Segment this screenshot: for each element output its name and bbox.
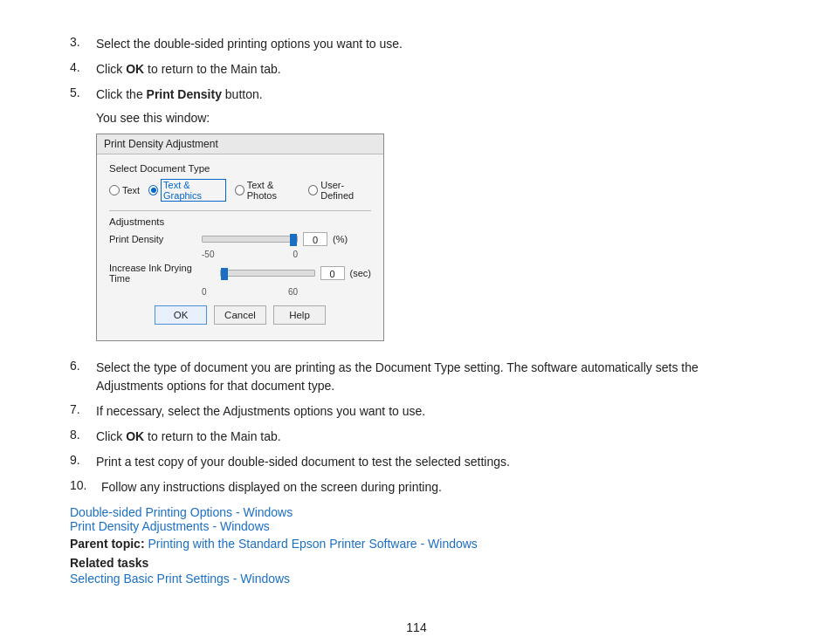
- step-10: 10. Follow any instructions displayed on…: [70, 478, 763, 497]
- step-7-text: If necessary, select the Adjustments opt…: [96, 402, 425, 421]
- print-density-scale-right: 0: [293, 250, 298, 259]
- doc-type-label: Select Document Type: [109, 163, 371, 174]
- print-density-row: Print Density 0 (%): [109, 232, 371, 246]
- step-8-text: Click OK to return to the Main tab.: [96, 428, 281, 446]
- ink-drying-track: [220, 270, 315, 277]
- ink-drying-scale: 0 60: [202, 287, 298, 297]
- step-4-num: 4.: [70, 60, 96, 74]
- ink-drying-scale-left: 0: [202, 287, 207, 297]
- step-8-num: 8.: [70, 428, 96, 442]
- radio-text-photos: Text & Photos: [235, 180, 299, 201]
- step-9-num: 9.: [70, 453, 96, 467]
- related-task-link-container: Selecting Basic Print Settings - Windows: [70, 572, 763, 586]
- step-7: 7. If necessary, select the Adjustments …: [70, 402, 763, 421]
- page-number: 114: [70, 620, 763, 634]
- dialog-body: Select Document Type Text Text & Graphic…: [97, 154, 383, 340]
- ink-drying-value: 0: [320, 266, 345, 280]
- ink-drying-thumb: [221, 268, 228, 280]
- print-density-scale: -50 0: [202, 250, 298, 259]
- parent-topic-line: Parent topic: Printing with the Standard…: [70, 537, 763, 551]
- step-9: 9. Print a test copy of your double-side…: [70, 453, 763, 471]
- step-3-text: Select the double-sided printing options…: [96, 35, 403, 53]
- step-4: 4. Click OK to return to the Main tab.: [70, 60, 763, 79]
- link-1-container: Double-sided Printing Options - Windows: [70, 505, 763, 519]
- double-sided-link[interactable]: Double-sided Printing Options - Windows: [70, 505, 293, 519]
- dialog-buttons: OK Cancel Help: [109, 305, 371, 332]
- dialog-cancel-button[interactable]: Cancel: [214, 305, 266, 325]
- print-density-dialog: Print Density Adjustment Select Document…: [96, 134, 384, 341]
- print-density-value: 0: [303, 232, 327, 246]
- ink-drying-unit: (sec): [350, 268, 371, 278]
- dialog-title: Print Density Adjustment: [97, 134, 383, 154]
- links-section: Double-sided Printing Options - Windows …: [70, 505, 763, 533]
- print-density-label: Print Density: [109, 234, 196, 244]
- radio-text-photos-label: Text & Photos: [247, 180, 300, 201]
- you-see-text: You see this window:: [96, 111, 763, 125]
- step-8: 8. Click OK to return to the Main tab.: [70, 428, 763, 446]
- step-3-num: 3.: [70, 35, 96, 49]
- step-7-num: 7.: [70, 402, 96, 416]
- parent-topic-label: Parent topic:: [70, 537, 145, 551]
- step-10-text: Follow any instructions displayed on the…: [101, 478, 442, 497]
- print-density-unit: (%): [333, 234, 348, 244]
- divider-1: [109, 210, 371, 211]
- steps-lower: 6. Select the type of document you are p…: [70, 359, 763, 497]
- step-4-text: Click OK to return to the Main tab.: [96, 60, 281, 79]
- step-6-text: Select the type of document you are prin…: [96, 359, 763, 395]
- page-container: 3. Select the double-sided printing opti…: [0, 0, 833, 644]
- radio-text: Text: [109, 185, 140, 195]
- step-5-text: Click the Print Density button.: [96, 86, 263, 104]
- radio-text-graphics-circle: [148, 185, 158, 195]
- radio-group: Text Text & Graphics Text & Photos User-…: [109, 179, 371, 202]
- radio-user-defined: User-Defined: [308, 180, 371, 201]
- step-10-num: 10.: [70, 478, 101, 492]
- adjustments-label: Adjustments: [109, 216, 371, 227]
- radio-user-defined-label: User-Defined: [320, 180, 371, 201]
- step-6: 6. Select the type of document you are p…: [70, 359, 763, 395]
- ink-drying-scale-right: 60: [288, 287, 298, 297]
- print-density-scale-left: -50: [202, 250, 214, 259]
- print-density-thumb: [290, 234, 297, 246]
- print-density-link[interactable]: Print Density Adjustments - Windows: [70, 519, 270, 533]
- parent-topic-link[interactable]: Printing with the Standard Epson Printer…: [148, 537, 477, 551]
- related-task-link[interactable]: Selecting Basic Print Settings - Windows: [70, 572, 290, 586]
- dialog-ok-button[interactable]: OK: [155, 305, 207, 325]
- dialog-help-button[interactable]: Help: [273, 305, 326, 325]
- radio-user-defined-circle: [308, 185, 318, 195]
- step-6-num: 6.: [70, 359, 96, 373]
- ink-drying-row: Increase Ink Drying Time 0 (sec): [109, 263, 371, 284]
- link-2-container: Print Density Adjustments - Windows: [70, 519, 763, 533]
- radio-text-label: Text: [122, 185, 140, 195]
- print-density-track: [202, 236, 298, 243]
- step-5: 5. Click the Print Density button.: [70, 86, 763, 104]
- related-tasks-header: Related tasks: [70, 556, 763, 570]
- radio-text-photos-circle: [235, 185, 244, 195]
- radio-text-graphics-label: Text & Graphics: [161, 179, 226, 202]
- step-3: 3. Select the double-sided printing opti…: [70, 35, 763, 53]
- step-5-num: 5.: [70, 86, 96, 99]
- ink-drying-label: Increase Ink Drying Time: [109, 263, 215, 284]
- step-9-text: Print a test copy of your double-sided d…: [96, 453, 510, 471]
- radio-text-circle: [109, 185, 120, 195]
- radio-text-graphics: Text & Graphics: [148, 179, 226, 202]
